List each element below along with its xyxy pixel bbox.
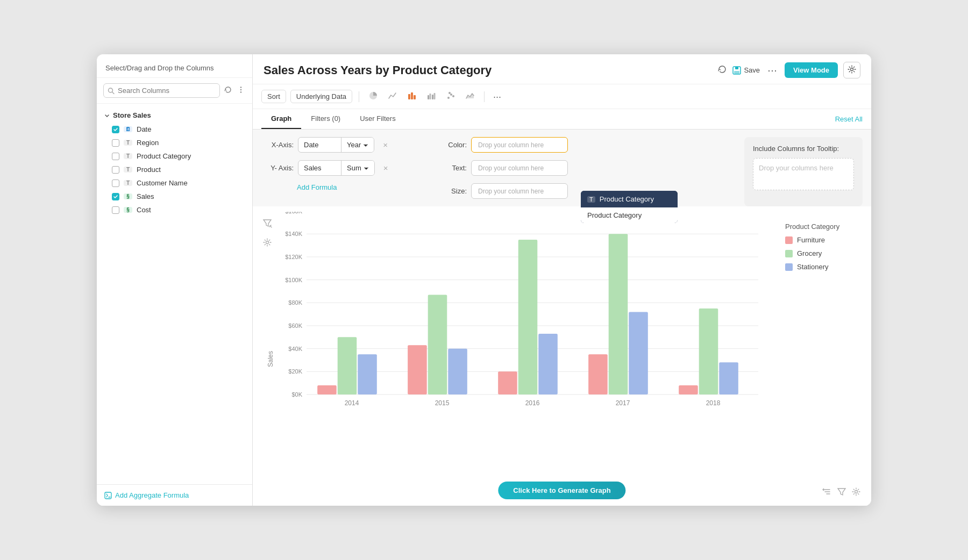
x-axis-row: X-Axis: Date Year × xyxy=(261,137,427,153)
y-axis-agg[interactable]: Sum xyxy=(341,161,374,175)
scatter-chart-btn[interactable] xyxy=(443,89,458,104)
product-cat-type-badge: T xyxy=(124,153,132,159)
y-axis-row: Y- Axis: Sales Sum × xyxy=(261,160,427,176)
sort-btn[interactable]: Sort xyxy=(261,90,286,103)
search-input[interactable] xyxy=(103,83,220,98)
save-btn[interactable]: Save xyxy=(732,66,760,75)
more-icon-btn[interactable] xyxy=(236,85,246,96)
list-item[interactable]: T Product xyxy=(97,163,252,176)
main-header: Sales Across Years by Product Category S… xyxy=(253,54,871,84)
underlying-data-btn[interactable]: Underlying Data xyxy=(290,90,352,103)
dropdown-header: T Product Category xyxy=(581,191,678,207)
size-drop-zone[interactable]: Drop your column here xyxy=(471,183,568,199)
legend-color-stationery xyxy=(785,263,793,271)
y-axis-close-btn[interactable]: × xyxy=(379,161,393,175)
dropdown-item[interactable]: Product Category xyxy=(581,207,678,223)
sidebar-search-row xyxy=(97,78,252,104)
y-axis-label-text: Sales xyxy=(267,350,274,367)
svg-point-20 xyxy=(452,95,454,97)
grouped-bar-icon xyxy=(426,91,436,100)
content-area: Graph Filters (0) User Filters Reset All… xyxy=(253,109,871,506)
text-drop-zone[interactable]: Drop your column here xyxy=(471,160,568,176)
svg-text:$60K: $60K xyxy=(288,322,302,329)
page-title: Sales Across Years by Product Category xyxy=(264,63,711,77)
refresh-icon-btn[interactable] xyxy=(223,85,233,96)
svg-text:$140K: $140K xyxy=(285,231,302,237)
filter-chart-icon xyxy=(837,487,846,497)
customer-type-badge: T xyxy=(124,180,132,186)
svg-point-18 xyxy=(447,97,450,99)
filter-chart-btn[interactable] xyxy=(837,487,846,498)
refresh-icon2 xyxy=(718,65,727,74)
generate-graph-btn[interactable]: Click Here to Generate Graph xyxy=(498,482,625,499)
tab-filters[interactable]: Filters (0) xyxy=(301,109,350,129)
list-item[interactable]: T Region xyxy=(97,136,252,149)
toolbar-more-btn[interactable]: ⋯ xyxy=(491,92,503,102)
color-drop-zone[interactable]: Drop your column here xyxy=(471,137,568,153)
svg-rect-8 xyxy=(734,71,739,74)
pie-chart-btn[interactable] xyxy=(366,89,381,104)
y-axis-label: Y- Axis: xyxy=(261,164,294,172)
list-item[interactable]: T Product Category xyxy=(97,149,252,163)
svg-rect-15 xyxy=(430,94,431,99)
x-axis-close-btn[interactable]: × xyxy=(379,138,392,152)
ellipsis-menu-btn[interactable]: ⋯ xyxy=(765,64,779,76)
svg-text:2015: 2015 xyxy=(435,399,450,407)
scatter-icon xyxy=(446,91,455,100)
tree-group-header[interactable]: Store Sales xyxy=(97,108,252,123)
cost-checkbox[interactable] xyxy=(112,206,119,214)
legend-title: Product Category xyxy=(785,222,839,231)
text-label: Text: xyxy=(444,164,467,172)
reset-all-btn[interactable]: Reset All xyxy=(835,115,863,123)
x-axis-agg[interactable]: Year xyxy=(341,138,374,152)
legend-label-grocery: Grocery xyxy=(797,249,822,257)
bar-chart-svg: $0K$20K$40K$60K$80K$100K$120K$140K$160K$… xyxy=(274,212,774,416)
product-checkbox[interactable] xyxy=(112,166,119,174)
add-aggregate-formula-btn[interactable]: Add Aggregate Formula xyxy=(104,491,189,499)
settings-chart-btn[interactable] xyxy=(852,487,860,498)
list-item[interactable]: T Customer Name xyxy=(97,176,252,190)
region-label: Region xyxy=(137,139,159,147)
sort-chart-icon xyxy=(822,487,831,497)
y-axis-field: Sales xyxy=(298,161,341,175)
bar-chart-btn[interactable] xyxy=(404,89,419,104)
svg-rect-56 xyxy=(428,295,447,394)
list-item[interactable]: § Sales xyxy=(97,190,252,203)
list-item[interactable]: § Cost xyxy=(97,203,252,217)
list-item[interactable]: 🗓 Date xyxy=(97,123,252,136)
view-mode-btn[interactable]: View Mode xyxy=(785,62,838,78)
svg-rect-66 xyxy=(719,362,738,394)
color-row: Color: Drop your column here xyxy=(444,137,736,153)
svg-rect-55 xyxy=(408,345,427,394)
svg-text:2017: 2017 xyxy=(616,399,630,407)
legend-item-grocery: Grocery xyxy=(785,249,822,257)
svg-rect-64 xyxy=(679,385,698,394)
area-chart-btn[interactable] xyxy=(462,89,478,104)
svg-rect-5 xyxy=(105,492,111,499)
tooltip-drop-zone[interactable]: Drop your columns here xyxy=(753,158,854,190)
grouped-bar-chart-btn[interactable] xyxy=(424,89,439,104)
date-checkbox[interactable] xyxy=(112,126,119,133)
region-checkbox[interactable] xyxy=(112,139,119,147)
tab-graph[interactable]: Graph xyxy=(261,109,301,129)
svg-point-2 xyxy=(240,87,241,88)
line-chart-btn[interactable] xyxy=(385,89,400,104)
color-label: Color: xyxy=(444,141,467,149)
tab-user-filters[interactable]: User Filters xyxy=(350,109,405,129)
chevron-down-icon2 xyxy=(363,142,368,148)
refresh-btn[interactable] xyxy=(718,65,727,75)
product-cat-checkbox[interactable] xyxy=(112,153,119,160)
refresh-icon xyxy=(224,86,232,94)
customer-checkbox[interactable] xyxy=(112,180,119,187)
product-type-badge: T xyxy=(124,167,132,173)
svg-text:2016: 2016 xyxy=(525,399,540,407)
svg-text:$120K: $120K xyxy=(285,254,302,260)
sales-checkbox[interactable] xyxy=(112,193,119,200)
sort-chart-btn[interactable] xyxy=(822,487,831,498)
settings-btn[interactable] xyxy=(843,62,860,78)
svg-rect-53 xyxy=(338,337,357,394)
area-chart-icon xyxy=(465,91,475,100)
add-formula-btn[interactable]: Add Formula xyxy=(297,183,337,191)
svg-rect-60 xyxy=(538,334,558,394)
svg-rect-59 xyxy=(518,240,538,394)
